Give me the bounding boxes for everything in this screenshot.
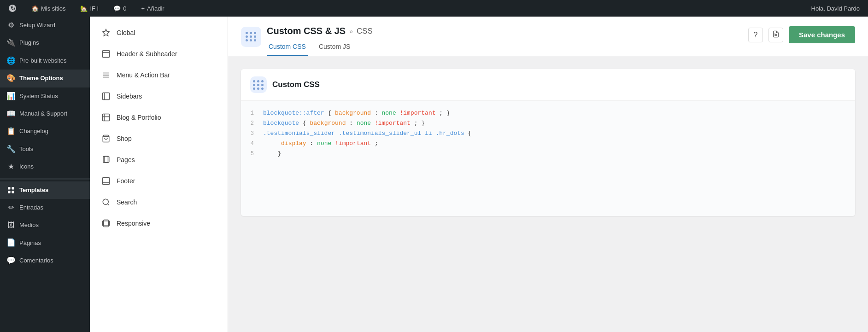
plugins-icon: 🔌: [6, 38, 16, 48]
comments-item[interactable]: 💬 0: [110, 0, 130, 17]
svg-rect-10: [103, 93, 110, 100]
content-header: Custom CSS & JS » CSS Custom CSS Custom …: [228, 17, 868, 56]
mis-sitios-label: Mis sitios: [41, 5, 65, 12]
sidebar-item-label: Changelog: [19, 127, 48, 135]
code-line-1: 1 blockquote::after { background : none …: [241, 108, 855, 118]
nav-shop[interactable]: Shop: [90, 128, 228, 149]
theme-options-icon: 🎨: [6, 73, 16, 83]
entradas-icon: ✏: [6, 203, 16, 213]
tab-label: Custom CSS: [269, 43, 306, 50]
pages-icon: [101, 155, 111, 165]
add-icon: +: [141, 5, 145, 12]
paginas-icon: 📄: [6, 238, 16, 248]
nav-header-label: Header & Subheader: [117, 50, 177, 58]
nav-pages[interactable]: Pages: [90, 149, 228, 170]
setup-wizard-icon: ⚙: [6, 20, 16, 30]
css-card: Custom CSS 1 blockquote::after { backgro…: [241, 69, 855, 216]
nav-footer-label: Footer: [117, 177, 135, 185]
footer-icon: [101, 176, 111, 186]
svg-rect-5: [103, 51, 110, 58]
sidebar-item-label: Plugins: [19, 39, 39, 47]
tab-label: Custom JS: [319, 43, 350, 50]
medios-icon: 🖼: [6, 220, 16, 230]
sidebar-item-setup-wizard[interactable]: ⚙ Setup Wizard: [0, 17, 90, 34]
comments-count: 0: [123, 5, 126, 12]
sidebar-item-label: Icons: [19, 163, 34, 171]
add-new-item[interactable]: + Añadir: [137, 0, 168, 17]
icons-icon: ★: [6, 162, 16, 172]
left-sidebar: ⚙ Setup Wizard 🔌 Plugins 🌐 Pre-built web…: [0, 17, 90, 332]
sidebar-item-prebuilt[interactable]: 🌐 Pre-built websites: [0, 52, 90, 70]
sidebars-icon: [101, 91, 111, 101]
nav-pages-label: Pages: [117, 156, 135, 163]
svg-rect-1: [12, 187, 14, 189]
sidebar-item-changelog[interactable]: 📋 Changelog: [0, 122, 90, 140]
nav-global[interactable]: Global: [90, 22, 228, 43]
card-title: Custom CSS: [272, 80, 320, 89]
svg-rect-18: [103, 178, 110, 185]
mis-sitios-item[interactable]: 🏠 Mis sitios: [28, 0, 69, 17]
sidebar-item-label: Medios: [19, 221, 39, 229]
nav-header[interactable]: Header & Subheader: [90, 43, 228, 64]
sidebar-item-comentarios[interactable]: 💬 Comentarios: [0, 252, 90, 269]
save-changes-button[interactable]: Save changes: [789, 26, 855, 43]
breadcrumb-arrow: »: [349, 28, 353, 35]
css-card-header: Custom CSS: [241, 69, 855, 101]
tab-custom-js[interactable]: Custom JS: [317, 38, 352, 56]
sidebar-item-label: Templates: [19, 186, 48, 194]
shop-icon: [101, 134, 111, 144]
sidebar-item-paginas[interactable]: 📄 Páginas: [0, 234, 90, 251]
sidebar-item-plugins[interactable]: 🔌 Plugins: [0, 34, 90, 52]
code-line-2: 2 blockquote { background : none !import…: [241, 118, 855, 128]
add-label: Añadir: [147, 5, 164, 12]
comment-icon: 💬: [113, 5, 121, 12]
breadcrumb-current: CSS: [357, 27, 373, 36]
content-body: Custom CSS 1 blockquote::after { backgro…: [228, 56, 868, 332]
mis-sitios-icon: 🏠: [31, 5, 39, 12]
nav-responsive-label: Responsive: [117, 220, 150, 227]
nav-shop-label: Shop: [117, 135, 132, 142]
sidebar-item-label: Theme Options: [19, 74, 63, 82]
nav-footer[interactable]: Footer: [90, 170, 228, 192]
sidebar-item-label: Pre-built websites: [19, 57, 67, 65]
nav-blog-label: Blog & Portfolio: [117, 114, 161, 121]
code-editor[interactable]: 1 blockquote::after { background : none …: [241, 101, 855, 216]
notes-button[interactable]: [768, 28, 783, 42]
wp-logo-item[interactable]: [5, 0, 20, 17]
code-line-5: 5 }: [241, 149, 855, 159]
nav-menu[interactable]: Menu & Action Bar: [90, 64, 228, 86]
home-item[interactable]: 🏡 IF I: [76, 0, 102, 17]
question-mark-icon: ?: [753, 31, 757, 39]
admin-bar: 🏠 Mis sitios 🏡 IF I 💬 0 + Añadir Hola, D…: [0, 0, 868, 17]
nav-blog[interactable]: Blog & Portfolio: [90, 107, 228, 128]
nav-search[interactable]: Search: [90, 192, 228, 213]
sidebar-item-label: Setup Wizard: [19, 21, 55, 29]
tab-custom-css[interactable]: Custom CSS: [267, 38, 308, 56]
sidebar-item-manual-support[interactable]: 📖 Manual & Support: [0, 105, 90, 122]
manual-support-icon: 📖: [6, 109, 16, 119]
sidebar-item-tools[interactable]: 🔧 Tools: [0, 140, 90, 158]
sidebar-item-label: Comentarios: [19, 256, 53, 265]
templates-icon: [6, 186, 16, 194]
sidebar-item-icons[interactable]: ★ Icons: [0, 158, 90, 175]
help-button[interactable]: ?: [748, 28, 763, 42]
second-nav: Global Header & Subheader Menu & Action …: [90, 17, 228, 332]
content-area: Custom CSS & JS » CSS Custom CSS Custom …: [228, 17, 868, 332]
sidebar-item-templates[interactable]: Templates: [0, 181, 90, 199]
sidebar-item-system-status[interactable]: 📊 System Status: [0, 87, 90, 105]
nav-sidebars[interactable]: Sidebars: [90, 86, 228, 107]
nav-responsive[interactable]: Responsive: [90, 213, 228, 234]
code-line-4: 4 display : none !important ;: [241, 139, 855, 149]
svg-point-20: [103, 199, 108, 204]
card-dots-icon: [250, 76, 267, 93]
sidebar-item-medios[interactable]: 🖼 Medios: [0, 216, 90, 234]
sidebar-item-label: Páginas: [19, 239, 41, 247]
notes-icon: [772, 30, 780, 40]
sidebar-item-entradas[interactable]: ✏ Entradas: [0, 199, 90, 216]
sidebar-item-theme-options[interactable]: 🎨 Theme Options: [0, 70, 90, 87]
comentarios-icon: 💬: [6, 256, 16, 266]
changelog-icon: 📋: [6, 126, 16, 136]
sidebar-item-label: Entradas: [19, 204, 43, 212]
code-line-3: 3 .testimonials_slider .testimonials_sli…: [241, 128, 855, 139]
header-icon: [101, 49, 111, 59]
